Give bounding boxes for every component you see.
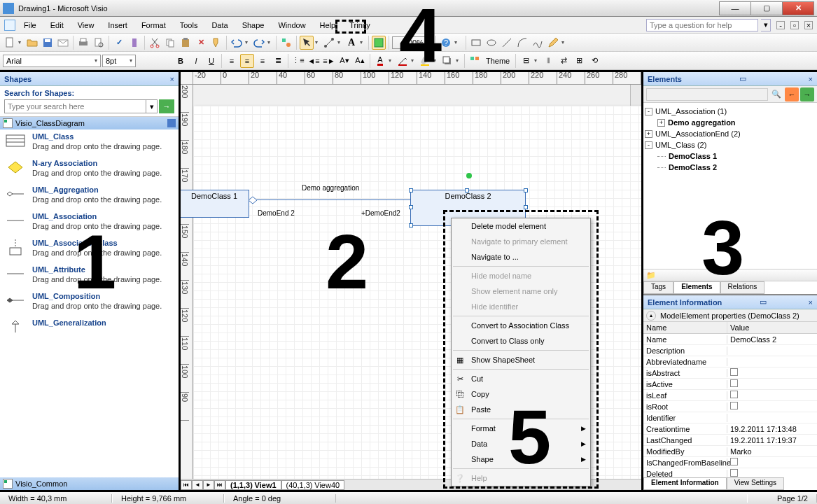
selection-handle[interactable] — [409, 205, 413, 209]
sheet-tab[interactable]: (40,1,3) View40 — [281, 480, 345, 490]
dec-indent-icon[interactable]: ◄≡ — [307, 54, 321, 68]
checkbox[interactable] — [730, 368, 738, 376]
checkbox[interactable] — [730, 379, 738, 387]
align-left-icon[interactable]: ≡ — [225, 54, 239, 68]
context-menu-item[interactable]: ▦Show ShapeSheet — [452, 352, 590, 368]
folder-icon[interactable]: 📁 — [646, 271, 656, 280]
inc-indent-icon[interactable]: ≡► — [322, 54, 336, 68]
tab-element-info[interactable]: Element Information — [643, 477, 727, 490]
selection-handle[interactable] — [465, 188, 469, 192]
property-row[interactable]: IsChangedFromBaseline — [643, 457, 817, 468]
font-combo[interactable]: Arial▾ — [3, 55, 101, 67]
property-row[interactable]: isLeaf — [643, 390, 817, 401]
tree-toggle-icon[interactable]: - — [645, 141, 652, 149]
align-justify-icon[interactable]: ≣ — [271, 54, 285, 68]
context-menu-item[interactable]: Data▶ — [452, 436, 590, 451]
menu-data[interactable]: Data — [206, 20, 233, 31]
cut-icon[interactable] — [148, 36, 162, 50]
property-row[interactable]: isRoot — [643, 401, 817, 412]
stencil-classdiagram[interactable]: Visio_ClassDiagram — [0, 117, 179, 130]
menu-help[interactable]: Help — [314, 20, 342, 31]
tree-row[interactable]: +UML_AssociationEnd (2) — [645, 128, 816, 139]
tree-toggle-icon[interactable]: + — [645, 130, 652, 138]
tree-row[interactable]: -UML_Class (2) — [645, 139, 816, 150]
shape-item[interactable]: UML_AssociationClassDrag and drop onto t… — [4, 239, 174, 257]
property-row[interactable]: NameDemoClass 2 — [643, 334, 817, 345]
save-icon[interactable] — [41, 36, 55, 50]
line-color-icon[interactable] — [396, 54, 410, 68]
shape-item[interactable]: UML_AggregationDrag and drop onto the dr… — [4, 186, 174, 204]
search-dropdown-icon[interactable]: ▾ — [146, 99, 158, 113]
font-color-icon[interactable]: A — [373, 54, 387, 68]
menu-file[interactable]: File — [18, 20, 42, 31]
shapes-panel-close-icon[interactable]: × — [170, 75, 174, 83]
elements-search-input[interactable] — [646, 88, 768, 101]
distribute-icon[interactable]: ⫴ — [541, 54, 555, 68]
selection-handle[interactable] — [409, 223, 413, 227]
tree-row[interactable]: DemoClass 2 — [645, 162, 816, 173]
checkbox[interactable] — [730, 391, 738, 398]
text-tool-icon[interactable]: A — [344, 36, 358, 50]
rotation-handle[interactable] — [466, 173, 472, 178]
property-row[interactable]: LastChanged19.2.2011 17:19:37 — [643, 435, 817, 446]
property-row[interactable]: isActive — [643, 379, 817, 390]
elements-close-icon[interactable]: × — [809, 75, 813, 83]
menu-view[interactable]: View — [72, 20, 100, 31]
selection-handle[interactable] — [409, 188, 413, 192]
email-icon[interactable] — [56, 36, 70, 50]
selection-handle[interactable] — [524, 188, 528, 192]
help-search-input[interactable] — [646, 19, 758, 31]
open-icon[interactable] — [25, 36, 39, 50]
italic-icon[interactable]: I — [189, 54, 203, 68]
help-dropdown-icon[interactable]: ▾ — [761, 19, 771, 31]
theme-icon[interactable] — [468, 54, 482, 68]
underline-icon[interactable]: U — [204, 54, 218, 68]
tree-row[interactable]: -UML_Association (1) — [645, 106, 816, 117]
redo-icon[interactable] — [252, 36, 266, 50]
context-menu-item[interactable]: Convert to Class only — [452, 333, 590, 349]
pointer-tool-icon[interactable] — [300, 36, 314, 50]
align-center-icon[interactable]: ≡ — [240, 54, 254, 68]
context-menu-item[interactable]: Delete model element — [452, 218, 590, 234]
theme-label[interactable]: Theme — [483, 57, 512, 65]
shape-item[interactable]: UML_Generalization — [4, 318, 174, 335]
shape-item[interactable]: N-ary AssociationDrag and drop onto the … — [4, 159, 174, 177]
connector-tool-icon[interactable] — [322, 36, 336, 50]
fill-color-icon[interactable] — [418, 54, 432, 68]
research-icon[interactable] — [127, 36, 141, 50]
dec-fontsize-icon[interactable]: A▾ — [337, 54, 351, 68]
tab-prev-icon[interactable]: ◄ — [192, 480, 203, 490]
inc-fontsize-icon[interactable]: A▴ — [353, 54, 367, 68]
freeform-shape-icon[interactable] — [531, 36, 545, 50]
tree-toggle-icon[interactable]: + — [657, 119, 665, 127]
selection-handle[interactable] — [524, 205, 528, 209]
bold-icon[interactable]: B — [174, 54, 188, 68]
ellipse-shape-icon[interactable] — [484, 36, 498, 50]
doc-minimize-button[interactable]: - — [776, 21, 785, 29]
layout-icon[interactable]: ⊞ — [572, 54, 586, 68]
association-end-label[interactable]: DemoEnd 2 — [258, 209, 295, 217]
property-group-header[interactable]: ▴ ModelElement properties (DemoClass 2) — [643, 309, 817, 322]
property-row[interactable]: isAbstract — [643, 368, 817, 379]
nav-back-icon[interactable]: ← — [785, 88, 799, 102]
shape-item[interactable]: UML_AttributeDrag and drop onto the draw… — [4, 265, 174, 284]
shape-item[interactable]: UML_ClassDrag and drop onto the drawing … — [4, 132, 174, 150]
menu-insert[interactable]: Insert — [102, 20, 133, 31]
stencil-save-icon[interactable] — [167, 119, 176, 127]
nav-fwd-icon[interactable]: → — [800, 88, 814, 102]
copy-icon[interactable] — [163, 36, 177, 50]
arc-shape-icon[interactable] — [515, 36, 529, 50]
shapes-search-input[interactable] — [4, 99, 146, 113]
bullets-icon[interactable]: ⋮≡ — [291, 54, 305, 68]
menu-edit[interactable]: Edit — [45, 20, 69, 31]
context-menu-item[interactable]: 📋Paste — [452, 402, 590, 417]
association-end-label[interactable]: +DemoEnd2 — [361, 209, 400, 217]
shape-item[interactable]: UML_AssociationDrag and drop onto the dr… — [4, 212, 174, 230]
menu-format[interactable]: Format — [136, 20, 172, 31]
checkbox[interactable] — [730, 469, 738, 477]
minimize-button[interactable]: — — [719, 1, 751, 15]
menu-shape[interactable]: Shape — [237, 20, 270, 31]
context-menu-item[interactable]: ⿻Copy — [452, 386, 590, 402]
property-grid[interactable]: NameDemoClass 2DescriptionAbbreviatednam… — [643, 334, 817, 477]
new-icon[interactable] — [3, 36, 17, 50]
